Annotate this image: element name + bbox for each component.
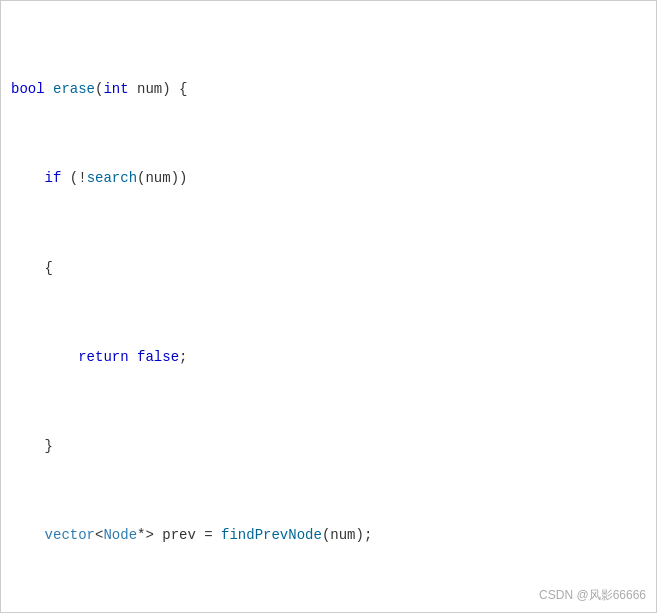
line-3: { bbox=[11, 257, 656, 279]
code-block: bool erase(int num) { if (!search(num)) … bbox=[11, 11, 656, 613]
line-4: return false; bbox=[11, 346, 656, 368]
line-2: if (!search(num)) bbox=[11, 167, 656, 189]
line-5: } bbox=[11, 435, 656, 457]
line-1: bool erase(int num) { bbox=[11, 78, 656, 100]
line-6: vector<Node*> prev = findPrevNode(num); bbox=[11, 524, 656, 546]
code-container: bool erase(int num) { if (!search(num)) … bbox=[0, 0, 657, 613]
watermark-text: CSDN @风影66666 bbox=[539, 587, 646, 604]
